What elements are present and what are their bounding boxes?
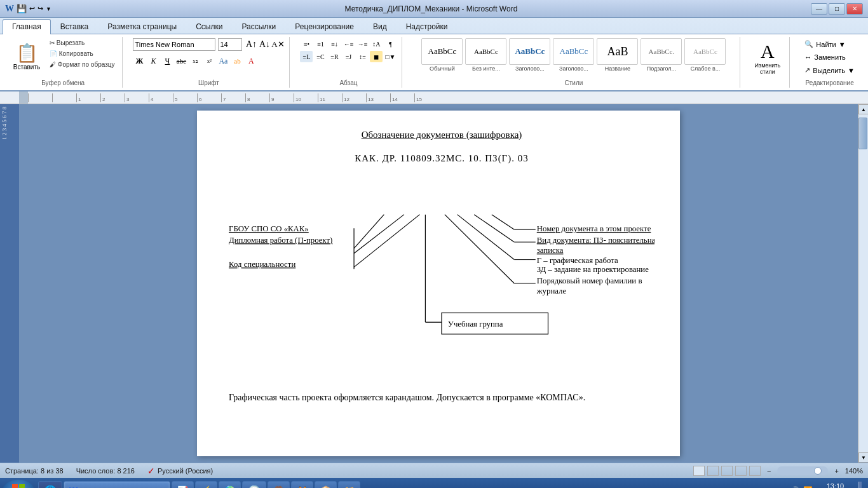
show-marks-button[interactable]: ¶: [384, 38, 397, 50]
font-color-button[interactable]: A: [245, 55, 257, 67]
strikethrough-button[interactable]: abc: [175, 55, 187, 67]
cut-button[interactable]: ✂ Вырезать: [47, 38, 117, 48]
start-button[interactable]: [3, 480, 34, 488]
style-title[interactable]: AaB Название: [597, 38, 638, 72]
style-heading2[interactable]: AaBbCс Заголово...: [553, 38, 594, 72]
style-subtle[interactable]: AaBbCс Слабое в...: [684, 38, 726, 72]
minimize-button[interactable]: —: [811, 3, 827, 15]
highlight-button[interactable]: ab: [231, 55, 243, 67]
taskbar-app6[interactable]: 🦁: [268, 481, 290, 488]
style-heading2-preview: AaBbCс: [553, 38, 594, 65]
numbering-button[interactable]: ≡1: [314, 38, 327, 50]
clear-format-button[interactable]: A✕: [271, 38, 284, 51]
font-size-input[interactable]: [218, 38, 242, 51]
taskbar-firefox[interactable]: 🦊: [291, 481, 313, 488]
taskbar-app5[interactable]: 🕐: [242, 481, 266, 488]
grow-font-button[interactable]: A↑: [245, 38, 257, 51]
style-heading1-label: Заголово...: [509, 65, 550, 72]
style-normal-label: Обычный: [421, 65, 463, 72]
taskbar-explorer[interactable]: 📁: [338, 481, 360, 488]
right-scrollbar[interactable]: ▲ ▼: [858, 104, 868, 463]
align-left-button[interactable]: ≡L: [300, 51, 313, 62]
ruler-mark-7: 7: [221, 93, 245, 102]
tab-references[interactable]: Ссылки: [186, 19, 232, 34]
close-button[interactable]: ✕: [846, 3, 863, 15]
text-effects-button[interactable]: Aа: [217, 55, 229, 67]
superscript-button[interactable]: x²: [203, 55, 215, 67]
scroll-area: Обозначение документов (зашифровка) КАК.…: [19, 104, 858, 463]
scroll-track[interactable]: [858, 114, 868, 452]
taskbar-notepad[interactable]: 📝: [172, 481, 194, 488]
border-button[interactable]: □▼: [384, 51, 397, 62]
sort-button[interactable]: ↕A: [370, 38, 383, 50]
paste-button[interactable]: 📋 Вставить: [9, 38, 44, 76]
qat-dropdown-icon[interactable]: ▼: [46, 6, 51, 12]
print-layout-button[interactable]: [693, 466, 705, 476]
zoom-out-button[interactable]: −: [767, 467, 771, 475]
change-styles-button[interactable]: A: [761, 41, 775, 62]
redo-icon[interactable]: ↪: [37, 4, 43, 13]
align-center-button[interactable]: ≡C: [314, 51, 327, 62]
justify-button[interactable]: ≡J: [342, 51, 355, 62]
align-right-button[interactable]: ≡R: [328, 51, 341, 62]
italic-button[interactable]: К: [147, 55, 159, 67]
taskbar-chrome[interactable]: 🌐: [38, 481, 62, 488]
scroll-thumb[interactable]: [858, 118, 867, 149]
font-name-row: A↑ A↓ A✕: [133, 38, 284, 51]
replace-button[interactable]: ↔ Заменить: [800, 51, 859, 63]
font-name-input[interactable]: [133, 38, 215, 51]
taskbar-word[interactable]: W Методичка_ДИПЛОМ_Мех...: [64, 481, 170, 488]
style-no-spacing[interactable]: AaBbCс Без инте...: [465, 38, 506, 72]
ribbon: Главная Вставка Разметка страницы Ссылки…: [0, 18, 868, 92]
styles-group: AaBbCс Обычный AaBbCс Без инте... AaBbCс…: [407, 37, 740, 88]
full-screen-button[interactable]: [707, 466, 719, 476]
line-spacing-button[interactable]: ↕≡: [356, 51, 369, 62]
zoom-thumb[interactable]: [814, 467, 822, 475]
style-heading1[interactable]: AaBbCс Заголово...: [509, 38, 550, 72]
style-normal[interactable]: AaBbCс Обычный: [421, 38, 463, 72]
web-layout-button[interactable]: [721, 466, 733, 476]
format-painter-button[interactable]: 🖌 Формат по образцу: [47, 60, 117, 69]
undo-icon[interactable]: ↩: [29, 4, 35, 13]
zoom-in-button[interactable]: +: [834, 467, 838, 475]
shading-button[interactable]: ◼: [370, 51, 383, 62]
taskbar-app7[interactable]: 📦: [315, 481, 337, 488]
increase-indent-button[interactable]: →≡: [356, 38, 369, 50]
font-group: A↑ A↓ A✕ Ж К Ч abc x₂ x² Aа ab A Шр: [128, 37, 290, 88]
subscript-button[interactable]: x₂: [189, 55, 201, 67]
copy-button[interactable]: 📄 Копировать: [47, 49, 117, 58]
bold-button[interactable]: Ж: [133, 55, 146, 67]
show-desktop-button[interactable]: [858, 482, 862, 488]
taskbar-app3[interactable]: ⚡: [195, 481, 217, 488]
tab-view[interactable]: Вид: [363, 19, 397, 34]
paste-label: Вставить: [13, 64, 40, 71]
document-code: КАК. ДР. 110809.32МС. 10. ПЗ(Г). 03: [229, 153, 654, 164]
scroll-down-button[interactable]: ▼: [858, 452, 868, 463]
decrease-indent-button[interactable]: ←≡: [342, 38, 355, 50]
line-vid: [474, 215, 514, 242]
zoom-slider[interactable]: [777, 466, 828, 475]
tab-layout[interactable]: Разметка страницы: [98, 19, 186, 34]
tab-home[interactable]: Главная: [3, 19, 51, 34]
find-button[interactable]: 🔍 Найти ▼: [800, 38, 859, 50]
tab-addins[interactable]: Надстройки: [397, 19, 458, 34]
multilevel-button[interactable]: ≡↓: [328, 38, 341, 50]
outline-button[interactable]: [735, 466, 747, 476]
select-button[interactable]: ↗ Выделить ▼: [800, 64, 859, 76]
ribbon-tabs: Главная Вставка Разметка страницы Ссылки…: [0, 18, 868, 34]
tab-mailings[interactable]: Рассылки: [232, 19, 285, 34]
scroll-up-button[interactable]: ▲: [858, 104, 868, 114]
shrink-font-button[interactable]: A↓: [258, 38, 271, 51]
underline-button[interactable]: Ч: [161, 55, 173, 67]
ruler-mark-neg2: ·: [28, 93, 52, 102]
change-styles-label[interactable]: Изменитьстили: [755, 62, 781, 75]
taskbar-app4[interactable]: 🌍: [219, 481, 241, 488]
save-icon[interactable]: 💾: [17, 4, 27, 14]
ruler-mark-9: 9: [269, 93, 294, 102]
draft-button[interactable]: [749, 466, 761, 476]
tab-review[interactable]: Рецензирование: [285, 19, 363, 34]
style-subtitle[interactable]: AaBbCс. Подзагол...: [641, 38, 682, 72]
maximize-button[interactable]: □: [829, 3, 845, 15]
tab-insert[interactable]: Вставка: [51, 19, 98, 34]
bullets-button[interactable]: ≡•: [300, 38, 313, 50]
